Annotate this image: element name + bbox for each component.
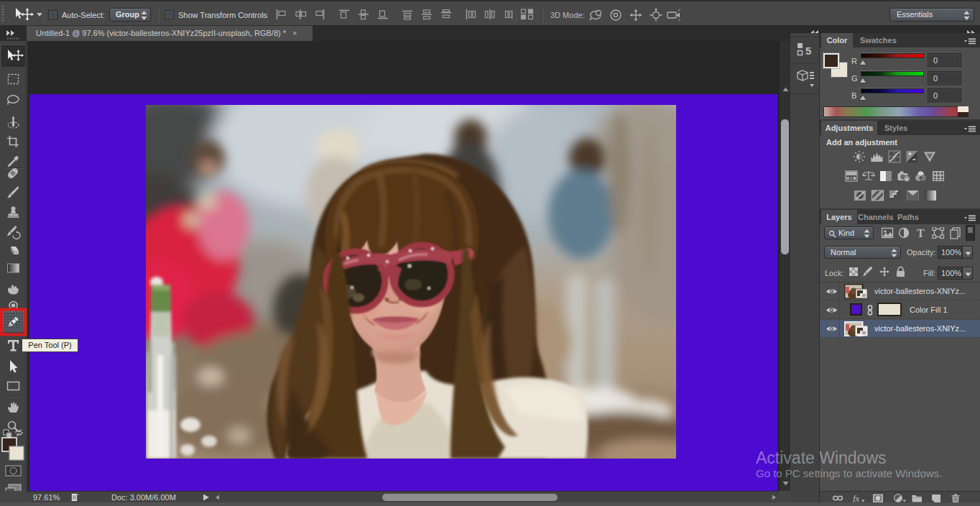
svg-text:5: 5 [805, 45, 811, 57]
svg-text:T: T [917, 227, 925, 239]
